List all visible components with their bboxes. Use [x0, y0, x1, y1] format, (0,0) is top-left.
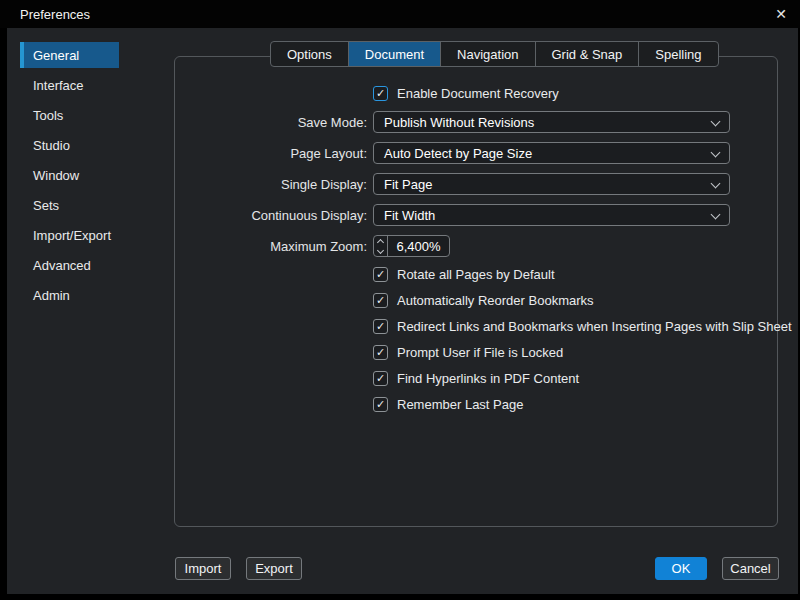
rotate-pages-row[interactable]: ✓ Rotate all Pages by Default — [373, 267, 555, 282]
select-value: Fit Width — [384, 208, 435, 223]
enable-document-recovery-checkbox[interactable]: ✓ — [373, 86, 388, 101]
sidebar-item-admin[interactable]: Admin — [20, 282, 119, 308]
checkbox-label: Redirect Links and Bookmarks when Insert… — [397, 319, 792, 334]
chevron-down-icon — [711, 179, 721, 189]
save-mode-label: Save Mode: — [180, 111, 367, 133]
tab-spelling[interactable]: Spelling — [638, 42, 717, 66]
titlebar: Preferences ✕ — [0, 0, 800, 28]
prompt-locked-row[interactable]: ✓ Prompt User if File is Locked — [373, 345, 563, 360]
tab-navigation[interactable]: Navigation — [440, 42, 534, 66]
continuous-display-label: Continuous Display: — [180, 204, 367, 226]
chevron-down-icon — [711, 148, 721, 158]
export-button[interactable]: Export — [246, 557, 302, 580]
chevron-down-icon — [711, 117, 721, 127]
remember-last-page-row[interactable]: ✓ Remember Last Page — [373, 397, 523, 412]
cancel-button[interactable]: Cancel — [722, 557, 779, 580]
sidebar-item-sets[interactable]: Sets — [20, 192, 119, 218]
check-icon: ✓ — [376, 347, 385, 358]
page-layout-select[interactable]: Auto Detect by Page Size — [373, 142, 730, 164]
checkbox-label: Rotate all Pages by Default — [397, 267, 555, 282]
select-value: Publish Without Revisions — [384, 115, 534, 130]
find-hyperlinks-checkbox[interactable]: ✓ — [373, 371, 388, 386]
redirect-links-checkbox[interactable]: ✓ — [373, 319, 388, 334]
remember-last-page-checkbox[interactable]: ✓ — [373, 397, 388, 412]
maximum-zoom-stepper[interactable]: 6,400% — [373, 235, 450, 257]
preferences-dialog: Preferences ✕ General Interface Tools St… — [0, 0, 800, 600]
check-icon: ✓ — [376, 373, 385, 384]
enable-document-recovery-row[interactable]: ✓ Enable Document Recovery — [373, 86, 559, 101]
sidebar-item-label: Window — [33, 168, 79, 183]
stepper-buttons — [374, 236, 388, 256]
prompt-locked-checkbox[interactable]: ✓ — [373, 345, 388, 360]
sidebar-item-interface[interactable]: Interface — [20, 72, 119, 98]
select-value: Fit Page — [384, 177, 432, 192]
check-icon: ✓ — [376, 399, 385, 410]
check-icon: ✓ — [376, 295, 385, 306]
chevron-down-icon[interactable] — [374, 246, 387, 256]
maximum-zoom-value[interactable]: 6,400% — [388, 236, 449, 256]
rotate-pages-checkbox[interactable]: ✓ — [373, 267, 388, 282]
sidebar-item-label: Tools — [33, 108, 63, 123]
single-display-select[interactable]: Fit Page — [373, 173, 730, 195]
sidebar-item-label: Studio — [33, 138, 70, 153]
checkbox-label: Find Hyperlinks in PDF Content — [397, 371, 579, 386]
sidebar-item-label: Import/Export — [33, 228, 111, 243]
save-mode-select[interactable]: Publish Without Revisions — [373, 111, 730, 133]
tab-grid-snap[interactable]: Grid & Snap — [535, 42, 639, 66]
sidebar-item-import-export[interactable]: Import/Export — [20, 222, 119, 248]
checkbox-label: Automatically Reorder Bookmarks — [397, 293, 594, 308]
reorder-bookmarks-row[interactable]: ✓ Automatically Reorder Bookmarks — [373, 293, 594, 308]
chevron-down-icon — [711, 210, 721, 220]
sidebar-item-label: Interface — [33, 78, 84, 93]
check-icon: ✓ — [376, 88, 385, 99]
close-icon[interactable]: ✕ — [775, 0, 787, 28]
page-layout-label: Page Layout: — [180, 142, 367, 164]
sidebar-item-label: Advanced — [33, 258, 91, 273]
checkbox-label: Remember Last Page — [397, 397, 523, 412]
import-button[interactable]: Import — [175, 557, 231, 580]
redirect-links-row[interactable]: ✓ Redirect Links and Bookmarks when Inse… — [373, 319, 792, 334]
ok-button[interactable]: OK — [655, 557, 707, 580]
check-icon: ✓ — [376, 321, 385, 332]
tab-document[interactable]: Document — [348, 42, 440, 66]
dialog-title: Preferences — [20, 0, 90, 28]
checkbox-label: Enable Document Recovery — [397, 86, 559, 101]
sidebar-item-label: Admin — [33, 288, 70, 303]
check-icon: ✓ — [376, 269, 385, 280]
maximum-zoom-label: Maximum Zoom: — [180, 235, 367, 257]
sidebar-item-window[interactable]: Window — [20, 162, 119, 188]
tab-options[interactable]: Options — [271, 42, 348, 66]
find-hyperlinks-row[interactable]: ✓ Find Hyperlinks in PDF Content — [373, 371, 579, 386]
sidebar-item-label: General — [33, 48, 79, 63]
checkbox-label: Prompt User if File is Locked — [397, 345, 563, 360]
tab-bar: Options Document Navigation Grid & Snap … — [270, 41, 719, 67]
select-value: Auto Detect by Page Size — [384, 146, 532, 161]
sidebar-item-tools[interactable]: Tools — [20, 102, 119, 128]
sidebar-item-studio[interactable]: Studio — [20, 132, 119, 158]
sidebar-item-label: Sets — [33, 198, 59, 213]
single-display-label: Single Display: — [180, 173, 367, 195]
sidebar-item-advanced[interactable]: Advanced — [20, 252, 119, 278]
chevron-up-icon[interactable] — [374, 236, 387, 246]
continuous-display-select[interactable]: Fit Width — [373, 204, 730, 226]
sidebar-item-general[interactable]: General — [20, 42, 119, 68]
reorder-bookmarks-checkbox[interactable]: ✓ — [373, 293, 388, 308]
